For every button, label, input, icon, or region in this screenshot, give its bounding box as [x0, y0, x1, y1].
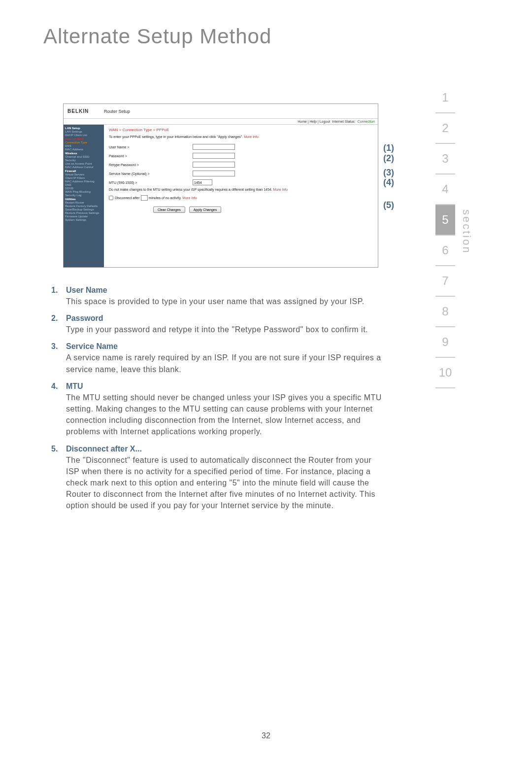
sidebar-item[interactable]: WAN Ping Blocking	[65, 190, 102, 193]
clear-changes-button[interactable]: Clear Changes	[153, 207, 185, 213]
sidebar-item[interactable]: Connection Type	[65, 141, 102, 144]
callout-2: (2)	[383, 153, 394, 164]
section-tab-1[interactable]: 1	[435, 83, 455, 113]
service-name-input[interactable]	[193, 171, 235, 176]
list-item-text: A service name is rarely required by an …	[66, 352, 386, 375]
sidebar-item[interactable]: LAN Setup	[65, 127, 102, 130]
header-links[interactable]: Home | Help | Logout	[298, 120, 330, 123]
internet-status-value: Connection	[358, 120, 375, 123]
list-item-number: 4.	[51, 382, 66, 438]
page-number: 32	[262, 731, 270, 740]
sidebar-item[interactable]: Security Log	[65, 194, 102, 197]
list-item-number: 2.	[51, 314, 66, 335]
list-item: 5.Disconnect after X...The "Disconnect" …	[51, 445, 386, 512]
list-item-title: User Name	[66, 286, 386, 295]
list-item-number: 1.	[51, 286, 66, 307]
mtu-label: MTU (590-1500) >	[109, 181, 193, 184]
router-screenshot: BELKIN Router Setup Home | Help | Logout…	[63, 104, 378, 268]
status-row: Home | Help | Logout Internet Status: Co…	[64, 119, 378, 125]
sidebar-item[interactable]: LAN Settings	[65, 130, 102, 133]
sidebar-item[interactable]: Internet WAN	[65, 138, 102, 140]
internet-status-label: Internet Status:	[332, 120, 355, 123]
sidebar-item[interactable]: MAC Address Filtering	[65, 180, 102, 183]
sidebar-item[interactable]: Restore Previous Settings	[65, 211, 102, 214]
router-sidebar: LAN SetupLAN SettingsDHCP Client ListInt…	[64, 125, 104, 267]
service-name-label: Service Name (Optional) >	[109, 172, 193, 175]
sidebar-item[interactable]: DNS	[65, 144, 102, 147]
page-title: Alternate Setup Method	[43, 25, 271, 48]
section-tab-7[interactable]: 7	[435, 266, 455, 297]
apply-changes-button[interactable]: Apply Changes	[189, 207, 221, 213]
sidebar-item[interactable]: Wireless	[65, 152, 102, 155]
section-tab-6[interactable]: 6	[435, 236, 455, 266]
section-tab-8[interactable]: 8	[435, 297, 455, 327]
sidebar-item[interactable]: Restart Router	[65, 201, 102, 204]
list-item: 1.User NameThis space is provided to typ…	[51, 286, 386, 307]
sidebar-item[interactable]: MAC Address Control	[65, 166, 102, 169]
section-tab-4[interactable]: 4	[435, 174, 455, 205]
sidebar-item[interactable]: DDNS	[65, 187, 102, 190]
retype-password-label: Retype Password >	[109, 163, 193, 167]
list-item-title: Service Name	[66, 342, 386, 351]
list-item-title: MTU	[66, 382, 386, 391]
sidebar-item[interactable]: DMZ	[65, 183, 102, 186]
list-item-text: The MTU setting should never be changed …	[66, 392, 386, 438]
section-tab-2[interactable]: 2	[435, 113, 455, 144]
list-item-title: Password	[66, 314, 386, 323]
list-item-number: 5.	[51, 445, 66, 512]
callout-5: (5)	[383, 200, 394, 210]
list-item: 4.MTUThe MTU setting should never be cha…	[51, 382, 386, 438]
list-item-text: This space is provided to type in your u…	[66, 296, 386, 307]
sidebar-item[interactable]: Channel and SSID	[65, 155, 102, 158]
callout-4: (4)	[383, 177, 394, 188]
list-item-text: Type in your password and retype it into…	[66, 324, 386, 335]
sidebar-item[interactable]: Use as Access Point	[65, 162, 102, 165]
router-main: WAN > Connection Type > PPPoE To enter y…	[104, 125, 378, 267]
retype-password-input[interactable]	[193, 162, 235, 168]
numbered-list: 1.User NameThis space is provided to typ…	[51, 286, 386, 518]
sidebar-item[interactable]: MAC Address	[65, 148, 102, 151]
disconnect-more-info-link[interactable]: More Info	[182, 196, 197, 200]
sidebar-item[interactable]: Virtual Servers	[65, 173, 102, 176]
sidebar-item[interactable]: Security	[65, 159, 102, 162]
section-tab-3[interactable]: 3	[435, 144, 455, 174]
section-tabs: 12345678910	[435, 83, 455, 388]
sidebar-item[interactable]: Utilities	[65, 198, 102, 201]
sidebar-item[interactable]: DHCP Client List	[65, 134, 102, 137]
username-label: User Name >	[109, 145, 193, 149]
mtu-note: Do not make changes to the MTU setting u…	[109, 188, 373, 191]
list-item-number: 3.	[51, 342, 66, 375]
section-vertical-label: section	[460, 209, 473, 254]
disconnect-label-a: Disconnect after	[115, 196, 140, 200]
list-item-text: The "Disconnect" feature is used to auto…	[66, 454, 386, 512]
sidebar-item[interactable]: Firmware Update	[65, 215, 102, 218]
section-tab-5[interactable]: 5	[435, 205, 455, 236]
pppoe-instruction: To enter your PPPoE settings, type in yo…	[109, 135, 373, 138]
sidebar-item[interactable]: Save/Backup Settings	[65, 208, 102, 211]
list-item-title: Disconnect after X...	[66, 445, 386, 453]
list-item: 2.PasswordType in your password and rety…	[51, 314, 386, 335]
list-item: 3.Service NameA service name is rarely r…	[51, 342, 386, 375]
router-setup-title: Router Setup	[104, 109, 378, 114]
callout-3: (3)	[383, 168, 394, 178]
disconnect-minutes-input[interactable]	[141, 195, 148, 201]
section-tab-9[interactable]: 9	[435, 327, 455, 358]
password-input[interactable]	[193, 153, 235, 159]
sidebar-item[interactable]: Restore Factory Defaults	[65, 205, 102, 207]
section-tab-10[interactable]: 10	[435, 358, 455, 388]
password-label: Password >	[109, 154, 193, 158]
breadcrumb: WAN > Connection Type > PPPoE	[109, 128, 373, 132]
callout-1: (1)	[383, 143, 394, 153]
disconnect-label-b: minutes of no activity.	[149, 196, 182, 200]
sidebar-item[interactable]: System Settings	[65, 218, 102, 221]
mtu-input[interactable]	[193, 179, 212, 185]
username-input[interactable]	[193, 144, 235, 150]
sidebar-item[interactable]: Firewall	[65, 170, 102, 173]
disconnect-checkbox[interactable]	[109, 196, 113, 200]
belkin-logo: BELKIN	[64, 108, 104, 114]
sidebar-item[interactable]: Client IP Filters	[65, 176, 102, 179]
more-info-link[interactable]: More Info	[244, 135, 259, 138]
mtu-more-info-link[interactable]: More Info	[273, 188, 288, 191]
